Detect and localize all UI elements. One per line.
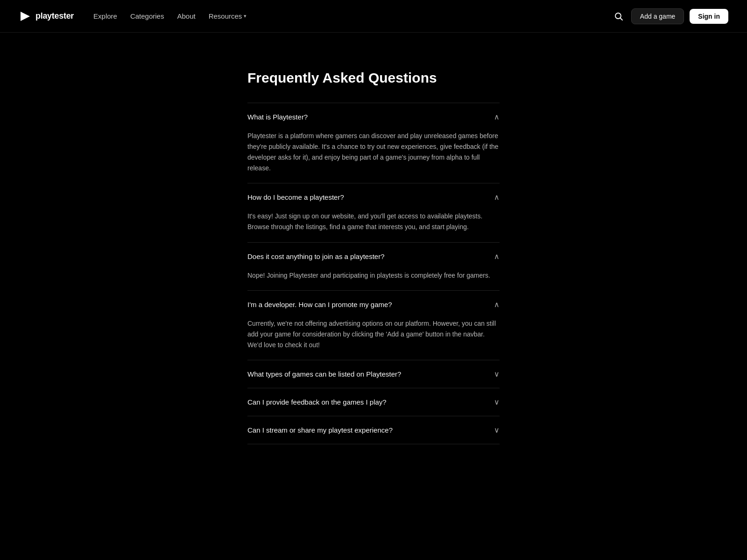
faq-header-how-become-playtester[interactable]: How do I become a playtester?∧ bbox=[247, 183, 500, 211]
chevron-down-icon: ▾ bbox=[244, 13, 247, 19]
navbar: playtester Explore Categories About Reso… bbox=[0, 0, 747, 33]
nav-link-about[interactable]: About bbox=[172, 9, 200, 23]
search-button[interactable] bbox=[612, 9, 626, 23]
faq-list: What is Playtester?∧Playtester is a plat… bbox=[247, 103, 500, 444]
faq-question: I'm a developer. How can I promote my ga… bbox=[247, 301, 392, 308]
chevron-up-icon: ∧ bbox=[494, 112, 500, 121]
chevron-up-icon: ∧ bbox=[494, 252, 500, 261]
faq-header-provide-feedback[interactable]: Can I provide feedback on the games I pl… bbox=[247, 388, 500, 416]
chevron-up-icon: ∧ bbox=[494, 300, 500, 309]
faq-answer: Currently, we're not offering advertisin… bbox=[247, 318, 500, 360]
chevron-down-icon: ∨ bbox=[494, 370, 500, 378]
faq-question: What is Playtester? bbox=[247, 113, 308, 121]
faq-item: I'm a developer. How can I promote my ga… bbox=[247, 290, 500, 360]
faq-item: What is Playtester?∧Playtester is a plat… bbox=[247, 103, 500, 183]
faq-item: What types of games can be listed on Pla… bbox=[247, 360, 500, 388]
faq-header-stream-share[interactable]: Can I stream or share my playtest experi… bbox=[247, 416, 500, 444]
chevron-down-icon: ∨ bbox=[494, 398, 500, 406]
faq-header-types-of-games[interactable]: What types of games can be listed on Pla… bbox=[247, 360, 500, 388]
faq-answer: Playtester is a platform where gamers ca… bbox=[247, 131, 500, 183]
logo-text: playtester bbox=[35, 11, 74, 21]
faq-question: Can I stream or share my playtest experi… bbox=[247, 426, 393, 434]
faq-question: What types of games can be listed on Pla… bbox=[247, 370, 401, 378]
svg-point-0 bbox=[615, 13, 621, 19]
faq-item: Does it cost anything to join as a playt… bbox=[247, 242, 500, 290]
faq-header-developer-promote[interactable]: I'm a developer. How can I promote my ga… bbox=[247, 291, 500, 318]
faq-question: Can I provide feedback on the games I pl… bbox=[247, 398, 387, 406]
nav-link-resources[interactable]: Resources ▾ bbox=[204, 9, 252, 23]
navbar-right: Add a game Sign in bbox=[612, 8, 728, 24]
faq-item: Can I provide feedback on the games I pl… bbox=[247, 388, 500, 416]
faq-question: Does it cost anything to join as a playt… bbox=[247, 252, 385, 260]
sign-in-button[interactable]: Sign in bbox=[690, 9, 728, 24]
logo[interactable]: playtester bbox=[19, 10, 74, 23]
add-game-button[interactable]: Add a game bbox=[631, 8, 684, 24]
faq-item: How do I become a playtester?∧It's easy!… bbox=[247, 183, 500, 242]
faq-item: Can I stream or share my playtest experi… bbox=[247, 416, 500, 444]
main-content: Frequently Asked Questions What is Playt… bbox=[238, 33, 509, 472]
logo-icon bbox=[19, 10, 32, 23]
search-icon bbox=[614, 12, 623, 21]
nav-links: Explore Categories About Resources ▾ bbox=[89, 9, 251, 23]
faq-header-cost-to-join[interactable]: Does it cost anything to join as a playt… bbox=[247, 243, 500, 270]
svg-line-1 bbox=[620, 18, 622, 20]
faq-answer: Nope! Joining Playtester and participati… bbox=[247, 270, 500, 290]
navbar-left: playtester Explore Categories About Reso… bbox=[19, 9, 251, 23]
faq-header-what-is-playtester[interactable]: What is Playtester?∧ bbox=[247, 103, 500, 131]
nav-link-explore[interactable]: Explore bbox=[89, 9, 122, 23]
faq-question: How do I become a playtester? bbox=[247, 193, 344, 201]
chevron-up-icon: ∧ bbox=[494, 193, 500, 202]
chevron-down-icon: ∨ bbox=[494, 426, 500, 434]
page-title: Frequently Asked Questions bbox=[247, 70, 500, 86]
faq-answer: It's easy! Just sign up on our website, … bbox=[247, 211, 500, 242]
nav-link-categories[interactable]: Categories bbox=[126, 9, 169, 23]
